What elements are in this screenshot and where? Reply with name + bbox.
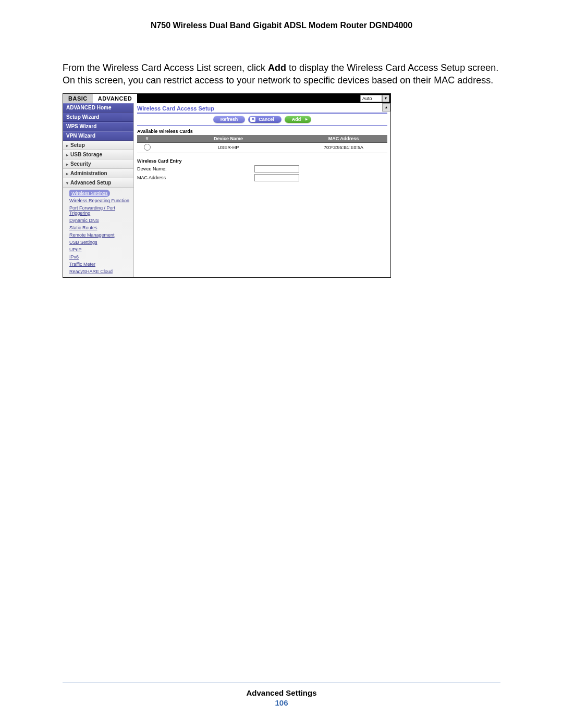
intro-text-before: From the Wireless Card Access List scree… <box>63 63 268 73</box>
wireless-card-entry-label: Wireless Card Entry <box>137 158 387 164</box>
submenu-static-routes[interactable]: Static Routes <box>69 224 131 231</box>
footer-section-title: Advanced Settings <box>63 688 500 697</box>
sidebar-item-vpn-wizard[interactable]: VPN Wizard <box>63 131 133 141</box>
content-panel: ▲ Wireless Card Access Setup Refresh ✕ C… <box>134 103 390 277</box>
page-footer: Advanced Settings 106 <box>63 683 500 707</box>
sidebar-item-wps-wizard[interactable]: WPS Wizard <box>63 122 133 131</box>
col-header-num: # <box>137 135 157 143</box>
footer-page-number: 106 <box>63 698 500 707</box>
mac-address-label: MAC Address <box>137 175 254 180</box>
sidebar-group-setup[interactable]: Setup <box>63 141 133 150</box>
available-cards-label: Available Wireless Cards <box>137 129 387 134</box>
cancel-button-label: Cancel <box>259 117 274 122</box>
sidebar-group-advanced-setup[interactable]: Advanced Setup <box>63 178 133 188</box>
submenu-remote-management[interactable]: Remote Management <box>69 231 131 239</box>
refresh-button[interactable]: Refresh <box>213 116 246 123</box>
device-name-label: Device Name: <box>137 166 254 171</box>
sidebar-item-setup-wizard[interactable]: Setup Wizard <box>63 113 133 122</box>
sidebar-group-security[interactable]: Security <box>63 159 133 169</box>
submenu-ipv6[interactable]: IPv6 <box>69 253 131 261</box>
intro-paragraph: From the Wireless Card Access List scree… <box>63 61 500 87</box>
submenu-port-forwarding[interactable]: Port Forwarding / Port Triggering <box>69 204 131 217</box>
col-header-device: Device Name <box>157 135 300 143</box>
cancel-button[interactable]: ✕ Cancel <box>248 116 282 123</box>
add-button[interactable]: Add ▸ <box>285 116 312 123</box>
language-select[interactable]: Auto ▼ <box>360 94 390 103</box>
tab-advanced[interactable]: ADVANCED <box>93 94 138 103</box>
language-select-value: Auto <box>360 95 382 102</box>
table-row: USER-HP 70:F3:95:B1:E0:5A <box>137 142 387 153</box>
mac-address-input[interactable] <box>254 174 299 181</box>
sidebar-item-advanced-home[interactable]: ADVANCED Home <box>63 103 133 113</box>
row-mac-address: 70:F3:95:B1:E0:5A <box>300 142 387 153</box>
submenu-wireless-repeating[interactable]: Wireless Repeating Function <box>69 197 131 204</box>
close-icon: ✕ <box>250 117 255 122</box>
available-cards-table: # Device Name MAC Address USER-HP 70:F3:… <box>137 135 387 153</box>
scroll-up-icon[interactable]: ▲ <box>382 103 390 112</box>
sidebar-submenu: Wireless Settings Wireless Repeating Fun… <box>63 188 133 277</box>
submenu-wireless-settings[interactable]: Wireless Settings <box>69 190 110 197</box>
submenu-traffic-meter[interactable]: Traffic Meter <box>69 261 131 268</box>
panel-title: Wireless Card Access Setup <box>137 105 387 112</box>
sidebar-group-administration[interactable]: Administration <box>63 169 133 178</box>
add-button-label: Add <box>292 117 301 122</box>
chevron-right-icon: ▸ <box>304 117 309 122</box>
sidebar: ADVANCED Home Setup Wizard WPS Wizard VP… <box>63 103 134 277</box>
tab-basic[interactable]: BASIC <box>63 94 93 103</box>
top-tab-bar: BASIC ADVANCED Auto ▼ <box>63 94 390 103</box>
action-button-row: Refresh ✕ Cancel Add ▸ <box>137 113 387 126</box>
submenu-readyshare-cloud[interactable]: ReadySHARE Cloud <box>69 268 131 275</box>
submenu-upnp[interactable]: UPnP <box>69 246 131 253</box>
row-radio[interactable] <box>144 144 151 151</box>
router-ui-screenshot: BASIC ADVANCED Auto ▼ ADVANCED Home Setu… <box>63 93 391 278</box>
intro-bold: Add <box>268 63 286 73</box>
chevron-down-icon[interactable]: ▼ <box>382 95 389 102</box>
device-name-input[interactable] <box>254 165 299 172</box>
submenu-usb-settings[interactable]: USB Settings <box>69 239 131 246</box>
row-device-name: USER-HP <box>157 142 300 153</box>
col-header-mac: MAC Address <box>300 135 387 143</box>
sidebar-group-usb-storage[interactable]: USB Storage <box>63 150 133 159</box>
doc-title: N750 Wireless Dual Band Gigabit ADSL Mod… <box>63 21 500 30</box>
submenu-dynamic-dns[interactable]: Dynamic DNS <box>69 217 131 224</box>
